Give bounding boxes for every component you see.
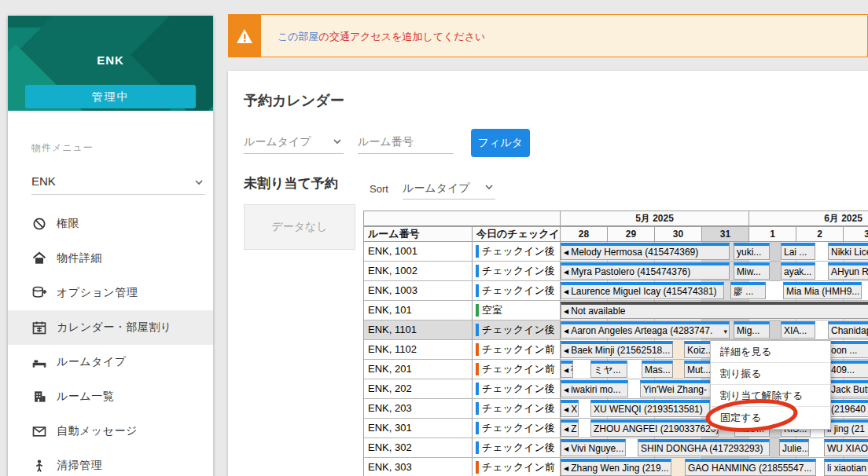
booking-block[interactable]: Lai ... — [781, 243, 815, 260]
room-link[interactable]: この部屋 — [278, 30, 319, 44]
booking-block[interactable]: ◀张 — [561, 361, 573, 378]
sort-select-value: ルームタイプ — [403, 181, 470, 194]
booking-label: oon ... — [831, 345, 857, 356]
booking-block[interactable]: GAO HANMING (21855547... — [685, 459, 816, 476]
sidebar-item-person[interactable]: 清掃管理 — [8, 449, 213, 476]
sidebar-item-database[interactable]: オプション管理 — [8, 276, 213, 310]
sidebar-item-calendar[interactable]: カレンダー・部屋割り — [8, 310, 213, 345]
person-icon — [31, 458, 47, 474]
booking-label: SHIN DONGHA (417293293) — [641, 443, 763, 454]
room-type-filter-placeholder: ルームタイプ — [244, 135, 311, 148]
continues-left-icon: ◀ — [564, 288, 568, 295]
context-menu-item[interactable]: 固定する — [711, 407, 830, 429]
checkin-status-cell: チェックイン後 — [473, 320, 561, 339]
room-number-cell: ENK, 302 — [364, 438, 473, 457]
sidebar-menu: 権限物件詳細オプション管理カレンダー・部屋割りルームタイプルーム一覧自動メッセー… — [8, 207, 213, 476]
context-menu-item[interactable]: 割り振る — [711, 363, 830, 385]
booking-label: GAO HANMING (21855547... — [688, 463, 811, 474]
property-header: ENK 管理中 — [8, 16, 213, 111]
day-header: 31 — [702, 226, 749, 242]
gap-cream — [673, 360, 684, 379]
not-available-block[interactable]: ◀Not available — [561, 302, 868, 319]
sidebar-item-building[interactable]: ルーム一覧 — [8, 379, 213, 414]
booking-block[interactable]: Miw... — [734, 262, 770, 280]
booking-block[interactable]: Chanidap — [828, 321, 868, 339]
booking-block[interactable]: ◀Melody Hermosa (415474369) — [561, 243, 730, 260]
booking-block[interactable]: SHIN DONGHA (417293293) — [638, 439, 770, 456]
booking-block[interactable]: ◀Laurence Miguel Icay (415474381) — [561, 282, 724, 299]
booking-label: Mut... — [687, 364, 711, 375]
booking-block[interactable]: yuki... — [734, 243, 770, 260]
prohibit-icon — [31, 216, 47, 232]
sort-label: Sort — [370, 183, 388, 195]
booking-block[interactable]: Julie... — [779, 439, 809, 456]
booking-label: Vivi Nguye... — [571, 443, 623, 454]
managing-status-badge[interactable]: 管理中 — [25, 85, 196, 108]
booking-label: Mas... — [645, 364, 671, 375]
booking-block[interactable]: ◀Vivi Nguye... — [561, 439, 626, 456]
booking-block[interactable]: ◀X — [561, 400, 579, 417]
room-number-input[interactable]: ルーム番号 — [358, 132, 454, 154]
booking-block[interactable]: (219640 — [828, 400, 868, 417]
room-type-filter[interactable]: ルームタイプ — [244, 132, 344, 154]
booking-block[interactable]: oon ... — [828, 341, 868, 358]
status-text: チェックイン後 — [482, 320, 555, 339]
context-menu-item[interactable]: 割り当て解除する — [711, 385, 830, 407]
continues-left-icon: ◀ — [564, 347, 568, 354]
booking-block[interactable]: 409... — [828, 361, 868, 378]
sidebar-item-label: 清掃管理 — [57, 459, 102, 473]
booking-block[interactable]: Mig... — [734, 321, 770, 339]
room-number-column-header: ルーム番号 — [364, 226, 473, 242]
booking-label: Jack Butt — [831, 384, 868, 395]
status-color-bar — [476, 304, 479, 317]
booking-label: Miw... — [737, 266, 761, 277]
booking-block[interactable]: Nikki Lice — [828, 243, 868, 260]
checkin-status-cell: チェックイン後 — [473, 399, 561, 418]
booking-label: yuki... — [737, 247, 761, 258]
booking-block[interactable]: ◀Myra Pastolero (415474376) — [561, 262, 730, 280]
sidebar-item-prohibit[interactable]: 権限 — [8, 207, 213, 241]
sidebar-item-bed[interactable]: ルームタイプ — [8, 345, 213, 379]
booking-block[interactable]: Mas... — [642, 361, 673, 378]
booking-label: 廖 ... — [734, 286, 753, 297]
booking-block[interactable]: Mia Mia (HMH9... — [783, 282, 862, 299]
booking-block[interactable]: ミヤ... — [590, 361, 627, 378]
booking-label: Aaron Angeles Arteaga (4283747. — [571, 325, 712, 336]
booking-block[interactable]: li xiaotian — [824, 459, 868, 476]
room-number-cell: ENK, 101 — [364, 301, 473, 320]
day-header: 29 — [608, 226, 655, 242]
booking-block[interactable]: XU WENQI (2193513581) — [590, 400, 710, 417]
booking-label: Nikki Lice — [831, 247, 868, 258]
booking-label: Not available — [571, 306, 625, 317]
booking-block[interactable]: ayak... — [781, 262, 815, 280]
warning-icon — [228, 14, 261, 57]
sort-select[interactable]: ルームタイプ — [403, 178, 495, 200]
booking-block[interactable]: Jack Butt — [828, 380, 868, 397]
sidebar-item-message[interactable]: 自動メッセージ — [8, 414, 213, 449]
status-color-bar — [476, 284, 479, 297]
booking-block[interactable]: ZHOU ANGFEI (2190337620) — [590, 419, 719, 437]
booking-block[interactable]: XIA... — [781, 321, 815, 339]
room-number-cell: ENK, 1102 — [364, 340, 473, 359]
booking-block[interactable]: ◀Aaron Angeles Arteaga (4283747.▾ — [561, 321, 730, 339]
checkin-status-cell: チェックイン後 — [473, 281, 561, 300]
booking-label: XU WENQI (2193513581) — [594, 404, 703, 415]
status-color-bar — [476, 265, 479, 277]
day-header: 2 — [796, 226, 844, 242]
month-header-empty-cell — [364, 211, 561, 226]
property-select[interactable]: ENK — [31, 170, 205, 195]
booking-block[interactable]: ◀Z — [561, 419, 579, 437]
booking-block[interactable]: ◀Baek Minji (21562518... — [561, 341, 673, 358]
booking-block[interactable]: 廖 ... — [730, 282, 766, 299]
context-menu-item[interactable]: 詳細を見る — [711, 341, 830, 363]
filter-button[interactable]: フィルタ — [471, 129, 530, 157]
page: ENK 管理中 物件メニュー ENK 権限物件詳細オプション管理カレンダー・部屋… — [0, 0, 868, 476]
booking-block[interactable]: ◀iwakiri mo... — [561, 380, 628, 397]
sidebar-item-home[interactable]: 物件詳細 — [8, 241, 213, 276]
database-icon — [31, 285, 47, 301]
booking-block[interactable]: AHyun Ry — [828, 262, 868, 280]
booking-block[interactable]: ◀Zhang Wen Jing (219... — [561, 459, 671, 476]
unassigned-empty-state: データなし — [244, 204, 355, 250]
building-icon — [31, 389, 47, 405]
booking-block[interactable]: WU XIAO — [824, 439, 868, 456]
